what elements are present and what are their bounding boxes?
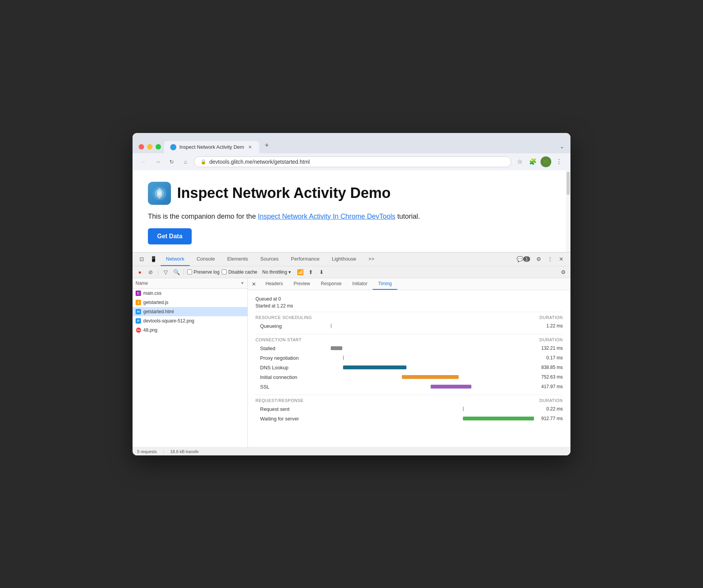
bar-stalled	[331, 346, 342, 350]
row-dns-label: DNS Lookup	[255, 365, 325, 370]
tt-tab-initiator[interactable]: Initiator	[347, 278, 373, 290]
section-request-response: Request/Response DURATION	[255, 395, 563, 404]
devtools-badge: 1	[523, 256, 530, 262]
tab-menu-button[interactable]: ⌄	[560, 143, 564, 153]
network-settings-icon[interactable]: ⚙	[559, 268, 567, 276]
preserve-log-input[interactable]	[187, 269, 192, 274]
tab-network[interactable]: Network	[161, 252, 190, 266]
disable-cache-checkbox[interactable]: Disable cache	[222, 269, 257, 275]
file-item-getstarted-html[interactable]: H getstarted.html	[133, 307, 247, 316]
get-data-button[interactable]: Get Data	[148, 228, 192, 244]
section-connection-duration-label: DURATION	[539, 337, 563, 342]
row-dns: DNS Lookup 838.85 ms	[255, 363, 563, 372]
bar-request-sent	[463, 407, 464, 411]
tt-tab-response[interactable]: Response	[315, 278, 347, 290]
active-tab[interactable]: 🌐 Inspect Network Activity Dem ✕	[164, 141, 259, 153]
address-input[interactable]: 🔒 devtools.glitch.me/network/getstarted.…	[194, 156, 511, 167]
tt-tab-preview[interactable]: Preview	[288, 278, 315, 290]
reload-button[interactable]: ↻	[166, 156, 177, 167]
file-item-main-css[interactable]: C main.css	[133, 289, 247, 298]
png-file-icon: P	[136, 318, 141, 324]
toolbar-right: ☆ 🧩 🌿 ⋮	[514, 156, 564, 167]
devtools-inspect-icon[interactable]: ⊡	[137, 253, 146, 265]
row-stalled-bar-area	[325, 346, 528, 350]
search-button[interactable]: 🔍	[172, 268, 181, 276]
row-queueing: Queueing 1.22 ms	[255, 321, 563, 331]
page-subtitle: This is the companion demo for the Inspe…	[148, 213, 555, 221]
devtools-chat-icon[interactable]: 💬 1	[514, 253, 532, 265]
toolbar-separator-1	[158, 269, 158, 275]
tab-lighthouse[interactable]: Lighthouse	[327, 252, 362, 266]
row-initial-connection-label: Initial connection	[255, 374, 325, 380]
disable-cache-input[interactable]	[222, 269, 227, 274]
profile-avatar[interactable]: 🌿	[541, 156, 551, 167]
tt-tab-headers[interactable]: Headers	[260, 278, 288, 290]
row-queueing-duration: 1.22 ms	[528, 323, 563, 329]
file-item-48-png[interactable]: ⛔ 48.png	[133, 326, 247, 335]
tab-sources[interactable]: Sources	[255, 252, 284, 266]
subtitle-link[interactable]: Inspect Network Activity In Chrome DevTo…	[258, 213, 395, 220]
row-queueing-label: Queueing	[255, 323, 325, 329]
devtools-overflow-icon[interactable]: ⋮	[545, 253, 555, 265]
download-icon[interactable]: ⬇	[317, 268, 326, 276]
subtitle-suffix: tutorial.	[395, 213, 420, 220]
bookmark-icon[interactable]: ☆	[514, 156, 525, 167]
maximize-traffic-light[interactable]	[156, 144, 161, 149]
file-name-getstarted-html: getstarted.html	[143, 309, 244, 314]
forward-button[interactable]: →	[153, 156, 163, 167]
row-stalled-duration: 132.21 ms	[528, 345, 563, 351]
record-button[interactable]: ●	[136, 268, 144, 276]
row-dns-duration: 838.85 ms	[528, 365, 563, 370]
file-name-devtools-png: devtools-square-512.png	[143, 318, 244, 324]
file-list-sort-arrow[interactable]: ▼	[240, 281, 244, 285]
tab-more[interactable]: >>	[363, 252, 380, 266]
filter-button[interactable]: ▽	[161, 268, 170, 276]
row-proxy-duration: 0.17 ms	[528, 355, 563, 360]
upload-icon[interactable]: ⬆	[307, 268, 315, 276]
status-transferred: 18.6 kB transfe	[170, 449, 205, 454]
file-name-48-png: 48.png	[143, 327, 244, 333]
preserve-log-checkbox[interactable]: Preserve log	[187, 269, 219, 275]
page-scrollbar[interactable]	[566, 170, 570, 252]
clear-button[interactable]: ⊘	[146, 268, 155, 276]
bar-dns	[343, 365, 406, 369]
new-tab-button[interactable]: +	[261, 138, 273, 153]
file-item-getstarted-js[interactable]: J getstarted.js	[133, 298, 247, 307]
home-button[interactable]: ⌂	[180, 156, 191, 167]
security-icon: 🔒	[201, 159, 206, 164]
row-request-duration: 0.22 ms	[528, 406, 563, 412]
tab-close-button[interactable]: ✕	[247, 144, 253, 150]
extensions-icon[interactable]: 🧩	[527, 156, 538, 167]
devtools-device-icon[interactable]: 📱	[148, 253, 159, 265]
js-file-icon: J	[136, 300, 141, 305]
bar-waiting-server	[463, 417, 534, 420]
tab-title: Inspect Network Activity Dem	[179, 144, 244, 150]
close-traffic-light[interactable]	[139, 144, 144, 149]
throttle-select[interactable]: No throttling ▾	[260, 268, 294, 276]
devtools-close-icon[interactable]: ✕	[557, 253, 566, 265]
back-button[interactable]: ←	[139, 156, 149, 167]
page-scrollbar-thumb	[567, 172, 570, 195]
bar-initial-connection	[402, 375, 459, 379]
address-bar: ← → ↻ ⌂ 🔒 devtools.glitch.me/network/get…	[133, 153, 570, 170]
minimize-traffic-light[interactable]	[147, 144, 153, 149]
section-connection-label: Connection Start	[255, 337, 302, 342]
devtools-settings-icon[interactable]: ⚙	[534, 253, 544, 265]
tab-console[interactable]: Console	[191, 252, 221, 266]
file-list-header: Name ▼	[133, 278, 247, 289]
wifi-icon[interactable]: 📶	[296, 268, 304, 276]
queued-at: Queued at 0	[255, 296, 563, 302]
row-queueing-bar-area	[325, 324, 528, 328]
row-waiting-server: Waiting for server 912.77 ms	[255, 414, 563, 424]
timing-panel-close[interactable]: ✕	[248, 278, 260, 290]
row-request-sent-label: Request sent	[255, 406, 325, 412]
more-menu-icon[interactable]: ⋮	[554, 156, 564, 167]
browser-window: 🌐 Inspect Network Activity Dem ✕ + ⌄ ← →…	[133, 133, 570, 455]
error-file-icon: ⛔	[136, 327, 141, 333]
tab-elements[interactable]: Elements	[222, 252, 253, 266]
row-ssl-bar-area	[325, 384, 528, 389]
file-item-devtools-png[interactable]: P devtools-square-512.png	[133, 316, 247, 326]
tab-performance[interactable]: Performance	[285, 252, 325, 266]
tab-bar: 🌐 Inspect Network Activity Dem ✕ +	[164, 138, 557, 153]
tt-tab-timing[interactable]: Timing	[373, 278, 397, 290]
